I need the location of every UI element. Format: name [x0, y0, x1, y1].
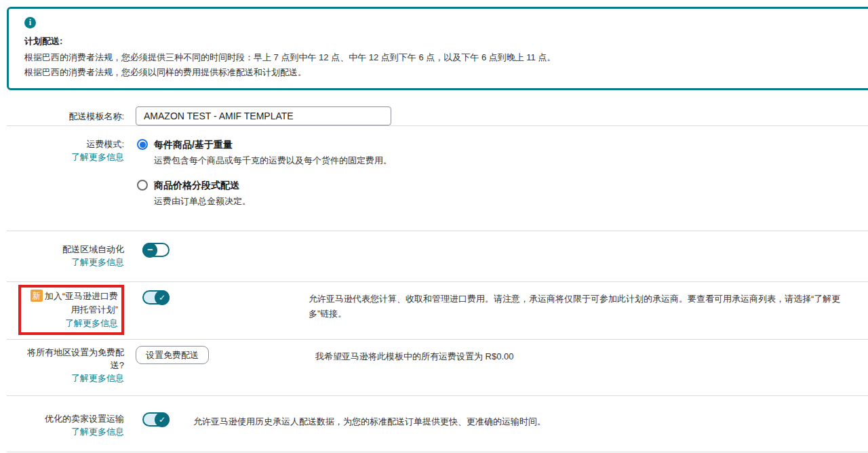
- free-shipping-learn-more-link[interactable]: 了解更多信息: [71, 372, 124, 385]
- amif-program-toggle[interactable]: [142, 290, 170, 304]
- rate-model-label: 运费模式:: [0, 138, 124, 151]
- rate-model-option-price-banded[interactable]: 商品价格分段式配送 运费由订单总金额决定。: [137, 178, 392, 208]
- template-name-input[interactable]: [136, 106, 391, 125]
- new-badge: 新: [31, 290, 43, 302]
- optimized-shipping-learn-more-link[interactable]: 了解更多信息: [71, 425, 124, 438]
- divider: [7, 452, 868, 452]
- option-label: 商品价格分段式配送: [154, 178, 251, 192]
- radio-button-icon[interactable]: [137, 180, 148, 191]
- free-shipping-label: 将所有地区设置为免费配送?: [19, 346, 124, 372]
- rate-model-learn-more-link[interactable]: 了解更多信息: [71, 151, 124, 163]
- info-box-line-2: 根据巴西的消费者法规，您必须以同样的费用提供标准配送和计划配送。: [24, 67, 858, 77]
- scheduled-delivery-info-box: i 计划配送: 根据巴西的消费者法规，您必须提供三种不同的时间时段：早上 7 点…: [7, 7, 868, 90]
- toggle-minus-icon: [142, 243, 157, 258]
- region-automation-label: 配送区域自动化: [0, 243, 124, 256]
- amif-program-label: 加入“亚马逊进口费用托管计划”: [45, 291, 118, 315]
- optimized-shipping-label: 优化的卖家设置运输: [0, 412, 124, 425]
- optimized-shipping-row: 优化的卖家设置运输 了解更多信息 允许亚马逊使用历史承运人配送数据，为您的标准配…: [0, 396, 868, 452]
- template-name-label: 配送模板名称:: [0, 110, 124, 123]
- info-box-line-1: 根据巴西的消费者法规，您必须提供三种不同的时间时段：早上 7 点到中午 12 点…: [24, 52, 858, 62]
- optimized-shipping-description: 允许亚马逊使用历史承运人配送数据，为您的标准配送订单提供更快、更准确的运输时间。: [193, 414, 546, 429]
- set-free-shipping-button[interactable]: 设置免费配送: [136, 346, 209, 364]
- region-automation-learn-more-link[interactable]: 了解更多信息: [71, 256, 124, 269]
- region-automation-row: 配送区域自动化 了解更多信息: [0, 231, 868, 281]
- option-label: 每件商品/基于重量: [154, 138, 392, 151]
- free-shipping-description: 我希望亚马逊将此模板中的所有运费设置为 R$0.00: [315, 349, 514, 364]
- toggle-check-icon: [155, 290, 170, 305]
- option-description: 运费由订单总金额决定。: [154, 195, 251, 208]
- amif-program-row: 新加入“亚马逊进口费用托管计划” 了解更多信息 允许亚马逊代表您计算、收取和管理…: [0, 282, 868, 339]
- red-highlight-box: 新加入“亚马逊进口费用托管计划” 了解更多信息: [18, 285, 124, 335]
- toggle-check-icon: [155, 412, 170, 427]
- optimized-shipping-toggle[interactable]: [142, 412, 170, 427]
- template-name-row: 配送模板名称:: [0, 106, 868, 125]
- rate-model-option-per-item[interactable]: 每件商品/基于重量 运费包含每个商品或每千克的运费以及每个货件的固定费用。: [137, 138, 392, 168]
- region-automation-toggle[interactable]: [142, 243, 170, 257]
- option-description: 运费包含每个商品或每千克的运费以及每个货件的固定费用。: [154, 154, 392, 168]
- radio-button-icon[interactable]: [137, 139, 148, 150]
- amif-learn-more-link[interactable]: 了解更多信息: [65, 317, 118, 330]
- free-shipping-row: 将所有地区设置为免费配送? 了解更多信息 设置免费配送 我希望亚马逊将此模板中的…: [0, 340, 868, 395]
- info-box-title: 计划配送:: [24, 35, 858, 47]
- amif-program-description: 允许亚马逊代表您计算、收取和管理进口费用。请注意，承运商将仅限于可参加此计划的承…: [309, 292, 848, 321]
- rate-model-row: 运费模式: 了解更多信息 每件商品/基于重量 运费包含每个商品或每千克的运费以及…: [0, 126, 868, 231]
- info-icon: i: [24, 17, 36, 28]
